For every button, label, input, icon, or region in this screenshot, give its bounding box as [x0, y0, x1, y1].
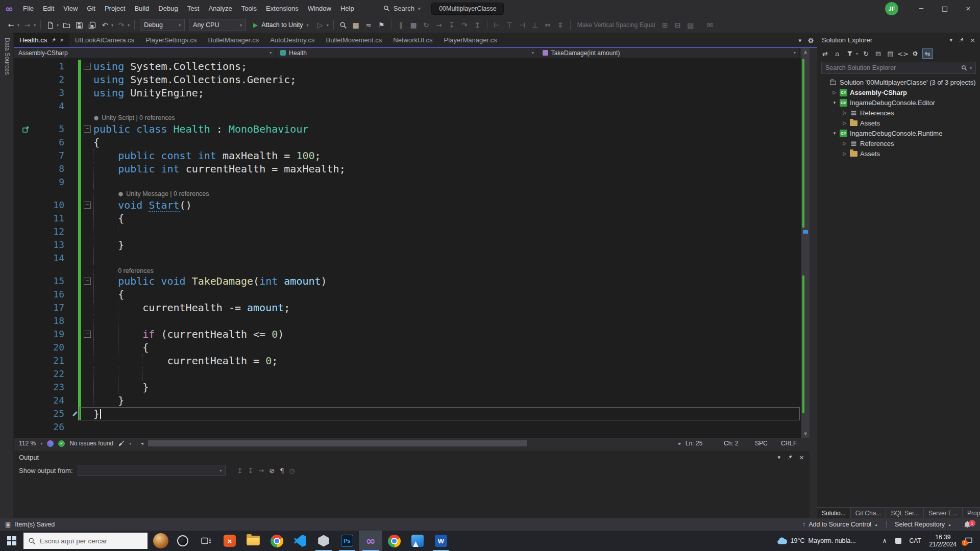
- codelens-row[interactable]: 0 references: [14, 265, 801, 274]
- code-row[interactable]: 8 public int currentHealth = maxHealth;: [14, 162, 801, 176]
- code-text[interactable]: }: [93, 394, 801, 407]
- code-text[interactable]: {: [93, 288, 801, 301]
- editor-layout-icon[interactable]: ▦: [350, 19, 362, 31]
- close-icon[interactable]: ×: [60, 36, 64, 44]
- start-button[interactable]: [0, 531, 23, 551]
- taskbar-app-orange-x-button[interactable]: ×: [218, 531, 241, 551]
- code-row[interactable]: 22: [14, 367, 801, 381]
- code-row[interactable]: 16 {: [14, 288, 801, 301]
- pin-icon[interactable]: [787, 454, 793, 460]
- code-row[interactable]: 9: [14, 176, 801, 189]
- bottom-tab-sql-ser[interactable]: SQL Ser...: [886, 508, 924, 518]
- bottom-tab-git-cha[interactable]: Git Cha...: [851, 508, 887, 518]
- fold-margin[interactable]: [81, 367, 93, 381]
- pin-icon[interactable]: [51, 37, 56, 43]
- break-all-icon[interactable]: ∥: [395, 19, 407, 31]
- fold-margin[interactable]: [81, 314, 93, 328]
- fold-margin[interactable]: [81, 420, 93, 434]
- fold-margin[interactable]: [81, 86, 93, 99]
- close-icon[interactable]: ×: [970, 36, 975, 44]
- solution-search-box[interactable]: Search Solution Explorer ▾: [821, 62, 976, 74]
- scrollbar-thumb[interactable]: [148, 440, 527, 446]
- menu-view[interactable]: View: [59, 0, 82, 17]
- menu-git[interactable]: Git: [82, 0, 100, 17]
- tab-playermanager-cs[interactable]: PlayerManager.cs: [438, 33, 503, 47]
- fold-margin[interactable]: [81, 162, 93, 176]
- fold-margin[interactable]: [81, 136, 93, 149]
- minimize-button[interactable]: ─: [910, 0, 933, 17]
- taskbar-word-button[interactable]: W: [429, 531, 453, 551]
- fold-margin[interactable]: [81, 288, 93, 301]
- code-text[interactable]: [93, 99, 801, 113]
- code-row[interactable]: 10− void Start(): [14, 198, 801, 212]
- view-code-icon[interactable]: <>: [897, 48, 909, 59]
- taskbar-search-box[interactable]: Escriu aquí per cercar: [23, 533, 148, 549]
- go-to-message-icon[interactable]: →: [258, 467, 264, 474]
- code-text[interactable]: using UnityEngine;: [93, 86, 801, 99]
- fold-margin[interactable]: [81, 113, 93, 122]
- make-vertical-spacing-equal-button[interactable]: Make Vertical Spacing Equal: [574, 21, 658, 29]
- fold-margin[interactable]: [81, 252, 93, 265]
- feedback-icon[interactable]: ✉: [704, 19, 716, 31]
- dropdown-caret-icon[interactable]: ▾: [57, 23, 59, 28]
- code-row[interactable]: 7 public const int maxHealth = 100;: [14, 149, 801, 162]
- fold-margin[interactable]: [81, 238, 93, 252]
- step-into-icon[interactable]: ↧: [446, 19, 458, 31]
- horizontal-scrollbar[interactable]: [148, 438, 674, 449]
- taskbar-file-explorer-button[interactable]: [241, 531, 265, 551]
- expander-collapsed-icon[interactable]: ▷: [841, 151, 849, 156]
- taskbar-cortana-button[interactable]: [171, 531, 194, 551]
- fold-margin[interactable]: [81, 407, 93, 420]
- breadcrumb-type-dropdown[interactable]: Health ▾: [276, 48, 537, 58]
- refresh-icon[interactable]: ↻: [861, 48, 871, 59]
- expander-expanded-icon[interactable]: ▾: [830, 100, 839, 105]
- collapse-all-icon[interactable]: ⊟: [873, 48, 884, 59]
- align-bottoms-icon[interactable]: ⊥: [529, 19, 541, 31]
- menu-extensions[interactable]: Extensions: [261, 0, 303, 17]
- code-text[interactable]: using System.Collections;: [93, 60, 801, 73]
- show-next-statement-icon[interactable]: →: [433, 19, 445, 31]
- taskbar-unity-button[interactable]: [312, 531, 335, 551]
- navigate-forward-icon[interactable]: →: [21, 19, 33, 31]
- autoscroll-icon[interactable]: ◷: [289, 467, 295, 474]
- fold-margin[interactable]: [81, 394, 93, 407]
- expander-expanded-icon[interactable]: ▾: [830, 131, 839, 136]
- fold-margin[interactable]: [81, 176, 93, 189]
- filter-icon[interactable]: [844, 48, 855, 59]
- tab-options-icon[interactable]: [807, 37, 814, 44]
- taskbar-search-highlight-button[interactable]: [148, 531, 171, 551]
- fold-margin[interactable]: [81, 225, 93, 238]
- collapse-region-button[interactable]: −: [84, 202, 91, 209]
- notifications-button[interactable]: 1: [960, 521, 975, 528]
- fold-margin[interactable]: −: [81, 122, 93, 136]
- start-without-debugging-icon[interactable]: ▷: [314, 19, 326, 31]
- expander-collapsed-icon[interactable]: ▷: [830, 90, 839, 95]
- dropdown-caret-icon[interactable]: ▾: [34, 23, 36, 28]
- vertical-scrollbar[interactable]: ▲ ▼: [801, 48, 810, 438]
- fold-margin[interactable]: [81, 149, 93, 162]
- tray-app-icon[interactable]: [895, 538, 901, 544]
- code-row[interactable]: 4: [14, 99, 801, 113]
- code-row[interactable]: 24 }: [14, 394, 801, 407]
- code-row[interactable]: 3using UnityEngine;: [14, 86, 801, 99]
- code-area[interactable]: 1−using System.Collections;2using System…: [14, 60, 801, 434]
- code-text[interactable]: {: [93, 212, 801, 225]
- fold-margin[interactable]: [81, 381, 93, 394]
- remove-vertical-spacing-icon[interactable]: ▤: [684, 19, 696, 31]
- code-text[interactable]: {: [93, 341, 801, 354]
- tab-uilookatcamera-cs[interactable]: UILookAtCamera.cs: [69, 33, 140, 47]
- search-control[interactable]: Search ▾: [383, 5, 421, 12]
- home-icon[interactable]: ⌂: [832, 48, 843, 59]
- bookmark-icon[interactable]: ⚑: [376, 19, 387, 31]
- code-text[interactable]: }: [93, 407, 801, 420]
- breadcrumb-project-dropdown[interactable]: Assembly-CSharp ▾: [14, 48, 276, 58]
- code-row[interactable]: 14: [14, 252, 801, 265]
- code-row[interactable]: 2using System.Collections.Generic;: [14, 73, 801, 86]
- previous-message-icon[interactable]: ↥: [237, 467, 243, 474]
- fold-margin[interactable]: −: [81, 60, 93, 73]
- zoom-level[interactable]: 112 %: [19, 440, 36, 447]
- collapse-region-button[interactable]: −: [84, 63, 91, 70]
- taskbar-photos-button[interactable]: [406, 531, 429, 551]
- fold-margin[interactable]: −: [81, 274, 93, 288]
- menu-help[interactable]: Help: [336, 0, 359, 17]
